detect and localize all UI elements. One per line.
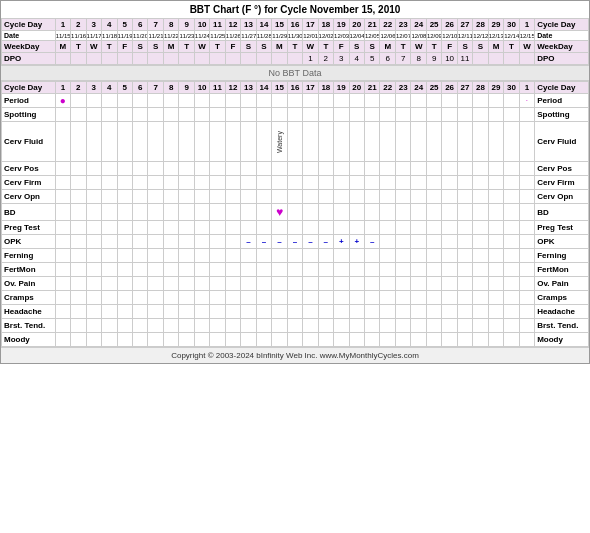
headache-label: Headache xyxy=(2,305,56,319)
weekday-row: WeekDay MTWTFSSMTWTFSSMTWTFSSMTWTFSSMTW … xyxy=(2,41,589,53)
ferning-label: Ferning xyxy=(2,249,56,263)
fertmon-row: FertMon FertMon xyxy=(2,263,589,277)
date-label: Date xyxy=(2,31,56,41)
cerv-pos-row: Cerv Pos Cerv Pos xyxy=(2,162,589,176)
period-label-right: Period xyxy=(535,94,589,108)
cramps-label-right: Cramps xyxy=(535,291,589,305)
ov-pain-label: Ov. Pain xyxy=(2,277,56,291)
bd-row: BD ♥ BD xyxy=(2,204,589,221)
cerv-opn-row: Cerv Opn Cerv Opn xyxy=(2,190,589,204)
fertmon-label-right: FertMon xyxy=(535,263,589,277)
period-row: Period ●· Period xyxy=(2,94,589,108)
spotting-row: Spotting Spotting xyxy=(2,108,589,122)
headache-row: Headache Headache xyxy=(2,305,589,319)
ov-pain-row: Ov. Pain Ov. Pain xyxy=(2,277,589,291)
preg-test-label-right: Preg Test xyxy=(535,221,589,235)
spotting-label-right: Spotting xyxy=(535,108,589,122)
moody-row: Moody Moody xyxy=(2,333,589,347)
cycle-day-header-row-2: Cycle Day 123456789101112131415161718192… xyxy=(2,82,589,94)
cerv-fluid-row: Cerv Fluid Watery Cerv Fluid xyxy=(2,122,589,162)
weekday-label: WeekDay xyxy=(2,41,56,53)
cerv-pos-label-right: Cerv Pos xyxy=(535,162,589,176)
fertmon-label: FertMon xyxy=(2,263,56,277)
date-label-right: Date xyxy=(535,31,589,41)
cramps-row: Cramps Cramps xyxy=(2,291,589,305)
cycle-day-label: Cycle Day xyxy=(2,19,56,31)
cerv-fluid-label: Cerv Fluid xyxy=(2,122,56,162)
period-label: Period xyxy=(2,94,56,108)
weekday-label-right: WeekDay xyxy=(535,41,589,53)
moody-label-right: Moody xyxy=(535,333,589,347)
footer: Copyright © 2003-2024 bInfinity Web Inc.… xyxy=(1,347,589,363)
opk-label-right: OPK xyxy=(535,235,589,249)
cerv-opn-label: Cerv Opn xyxy=(2,190,56,204)
dpo-label-right: DPO xyxy=(535,53,589,65)
cerv-fluid-label-right: Cerv Fluid xyxy=(535,122,589,162)
brst-tend-label: Brst. Tend. xyxy=(2,319,56,333)
cerv-pos-label: Cerv Pos xyxy=(2,162,56,176)
cramps-label: Cramps xyxy=(2,291,56,305)
cerv-firm-row: Cerv Firm Cerv Firm xyxy=(2,176,589,190)
cycle-day-label-2-right: Cycle Day xyxy=(535,82,589,94)
moody-label: Moody xyxy=(2,333,56,347)
cycle-day-label-2: Cycle Day xyxy=(2,82,56,94)
opk-row: OPK ––––––++– OPK xyxy=(2,235,589,249)
bd-label-right: BD xyxy=(535,204,589,221)
preg-test-row: Preg Test Preg Test xyxy=(2,221,589,235)
chart-title: BBT Chart (F °) for Cycle November 15, 2… xyxy=(1,1,589,18)
dpo-row: DPO 1234567891011 DPO xyxy=(2,53,589,65)
date-row: Date 11/1511/1611/1711/1811/1911/2011/21… xyxy=(2,31,589,41)
cerv-opn-label-right: Cerv Opn xyxy=(535,190,589,204)
dpo-label: DPO xyxy=(2,53,56,65)
headache-label-right: Headache xyxy=(535,305,589,319)
brst-tend-row: Brst. Tend. Brst. Tend. xyxy=(2,319,589,333)
ferning-row: Ferning Ferning xyxy=(2,249,589,263)
chart-container: BBT Chart (F °) for Cycle November 15, 2… xyxy=(0,0,590,364)
cycle-day-header-row: Cycle Day 123456789101112131415161718192… xyxy=(2,19,589,31)
bd-label: BD xyxy=(2,204,56,221)
no-bbt-bar: No BBT Data xyxy=(1,65,589,81)
ov-pain-label-right: Ov. Pain xyxy=(535,277,589,291)
cycle-day-label-right: Cycle Day xyxy=(535,19,589,31)
bbt-table: Cycle Day 123456789101112131415161718192… xyxy=(1,18,589,65)
cerv-firm-label-right: Cerv Firm xyxy=(535,176,589,190)
brst-tend-label-right: Brst. Tend. xyxy=(535,319,589,333)
spotting-label: Spotting xyxy=(2,108,56,122)
preg-test-label: Preg Test xyxy=(2,221,56,235)
symptom-table: Cycle Day 123456789101112131415161718192… xyxy=(1,81,589,347)
cerv-firm-label: Cerv Firm xyxy=(2,176,56,190)
ferning-label-right: Ferning xyxy=(535,249,589,263)
opk-label: OPK xyxy=(2,235,56,249)
